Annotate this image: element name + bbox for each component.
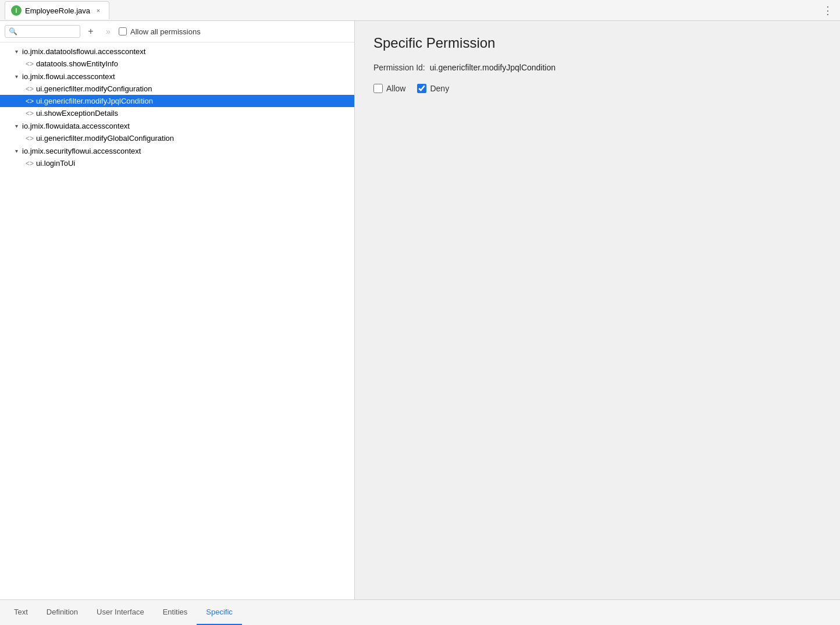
allow-option: Allow (373, 84, 405, 93)
tree-item-3[interactable]: ▾ io.jmix.flowui.accesscontext (0, 70, 354, 83)
element-icon: <> (26, 85, 34, 93)
search-box[interactable]: 🔍 (5, 25, 80, 38)
tab-specific[interactable]: Specific (197, 600, 242, 625)
permission-id-row: Permission Id: ui.genericfilter.modifyJp… (373, 63, 821, 72)
tree-container: ▾ io.jmix.datatoolsflowui.accesscontext … (0, 42, 354, 599)
allow-label: Allow (386, 84, 405, 93)
add-button[interactable]: + (84, 24, 98, 38)
tab-bar-left: I EmployeeRole.java × (5, 1, 109, 19)
right-panel: Specific Permission Permission Id: ui.ge… (355, 21, 840, 599)
element-icon: <> (26, 159, 34, 168)
tree-item-label: ui.genericfilter.modifyJpqlCondition (36, 97, 153, 105)
tab-bar: I EmployeeRole.java × ⋮ (0, 0, 840, 21)
tree-item-label: ui.genericfilter.modifyConfiguration (36, 84, 152, 93)
tab-close-button[interactable]: × (94, 6, 103, 15)
tree-item-1[interactable]: ▾ io.jmix.datatoolsflowui.accesscontext (0, 45, 354, 58)
main-content: 🔍 + » Allow all permissions ▾ io.jmix.da… (0, 21, 840, 599)
tree-item-10[interactable]: <> ui.loginToUi (0, 157, 354, 169)
tree-item-label: io.jmix.datatoolsflowui.accesscontext (22, 47, 145, 56)
bottom-tabs: Text Definition User Interface Entities … (0, 599, 840, 625)
tree-item-label: io.jmix.securityflowui.accesscontext (22, 147, 141, 155)
more-options-button[interactable]: ⋮ (820, 2, 835, 19)
permission-options: Allow Deny (373, 84, 821, 93)
allow-all-checkbox[interactable] (119, 27, 127, 35)
toolbar: 🔍 + » Allow all permissions (0, 21, 354, 42)
tree-item-label: datatools.showEntityInfo (36, 59, 118, 68)
tree-item-2[interactable]: <> datatools.showEntityInfo (0, 58, 354, 70)
tree-item-label: io.jmix.flowuidata.accesscontext (22, 122, 130, 130)
tree-item-6[interactable]: <> ui.showExceptionDetails (0, 107, 354, 119)
tab-user-interface[interactable]: User Interface (87, 600, 154, 625)
tree-item-4[interactable]: <> ui.genericfilter.modifyConfiguration (0, 83, 354, 95)
tree-item-9[interactable]: ▾ io.jmix.securityflowui.accesscontext (0, 144, 354, 157)
left-panel: 🔍 + » Allow all permissions ▾ io.jmix.da… (0, 21, 355, 599)
permission-id-label: Permission Id: (373, 63, 425, 72)
tab-entities[interactable]: Entities (154, 600, 197, 625)
file-tab-icon: I (11, 5, 22, 16)
allow-all-label: Allow all permissions (130, 27, 201, 36)
element-icon: <> (26, 60, 34, 68)
tab-text[interactable]: Text (5, 600, 37, 625)
chevron-down-icon: ▾ (12, 146, 21, 155)
tree-item-8[interactable]: <> ui.genericfilter.modifyGlobalConfigur… (0, 132, 354, 144)
chevron-down-icon: ▾ (12, 72, 21, 81)
tree-item-label: ui.genericfilter.modifyGlobalConfigurati… (36, 134, 174, 143)
permission-id-value: ui.genericfilter.modifyJpqlCondition (430, 63, 556, 72)
element-icon: <> (26, 109, 34, 118)
element-icon: <> (26, 134, 34, 143)
tree-item-label: ui.showExceptionDetails (36, 109, 118, 118)
permission-title: Specific Permission (373, 35, 821, 51)
tree-item-label: ui.loginToUi (36, 159, 75, 168)
search-input[interactable] (20, 27, 72, 35)
more-button[interactable]: » (101, 24, 115, 38)
deny-label: Deny (430, 84, 449, 93)
file-tab[interactable]: I EmployeeRole.java × (5, 1, 109, 19)
deny-checkbox[interactable] (417, 84, 426, 93)
chevron-down-icon: ▾ (12, 121, 21, 130)
chevron-down-icon: ▾ (12, 47, 21, 56)
tab-definition[interactable]: Definition (37, 600, 87, 625)
tree-item-5[interactable]: <> ui.genericfilter.modifyJpqlCondition (0, 95, 354, 107)
allow-checkbox[interactable] (373, 84, 383, 93)
tree-item-7[interactable]: ▾ io.jmix.flowuidata.accesscontext (0, 119, 354, 132)
search-icon: 🔍 (9, 27, 17, 35)
element-icon: <> (26, 97, 34, 105)
tree-item-label: io.jmix.flowui.accesscontext (22, 72, 115, 81)
deny-option: Deny (417, 84, 449, 93)
file-tab-label: EmployeeRole.java (25, 6, 90, 15)
allow-all-container: Allow all permissions (119, 27, 201, 36)
